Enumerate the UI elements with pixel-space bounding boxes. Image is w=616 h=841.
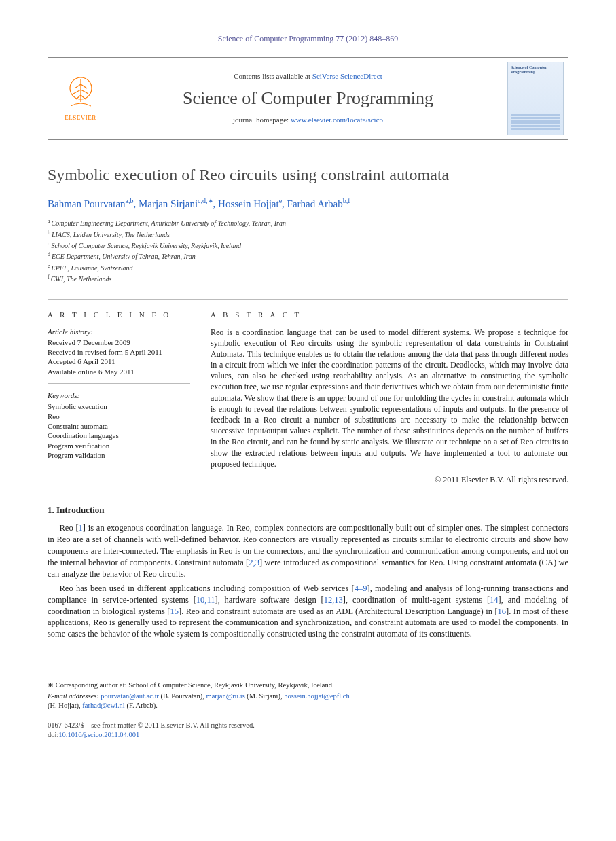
author-name[interactable]: Bahman Pourvatana,b	[48, 198, 134, 209]
author-list: Bahman Pourvatana,b, Marjan Sirjanic,d,∗…	[48, 196, 568, 211]
keyword: Program validation	[48, 450, 190, 460]
bottom-meta: 0167-6423/$ – see front matter © 2011 El…	[48, 721, 568, 739]
article-info-column: a r t i c l e i n f o Article history: R…	[48, 300, 190, 485]
history-line: Received in revised form 5 April 2011	[48, 347, 190, 357]
journal-cover-thumbnail: Science of Computer Programming	[507, 62, 564, 135]
author-email-link[interactable]: farhad@cwi.nl	[82, 702, 124, 709]
citation-line: Science of Computer Programming 77 (2012…	[48, 34, 568, 45]
citation-ref[interactable]: 10,11	[196, 595, 215, 605]
cover-title: Science of Computer Programming	[511, 65, 560, 76]
intro-paragraph-1: Reo [1] is an exogenous coordination lan…	[48, 522, 568, 579]
author-name[interactable]: Hossein Hojjate	[218, 198, 282, 209]
abstract-text: Reo is a coordination language that can …	[211, 327, 568, 469]
article-info-heading: a r t i c l e i n f o	[48, 310, 190, 319]
info-abstract-row: a r t i c l e i n f o Article history: R…	[48, 299, 568, 485]
history-line: Received 7 December 2009	[48, 338, 190, 347]
contents-prefix: Contents lists available at	[234, 72, 312, 80]
affiliation: bLIACS, Leiden University, The Netherlan…	[48, 229, 568, 240]
author-email-link[interactable]: marjan@ru.is	[206, 692, 245, 700]
author-name[interactable]: Farhad Arbabb,f	[287, 198, 350, 209]
citation-ref[interactable]: 15	[170, 607, 179, 616]
sciencedirect-link[interactable]: SciVerse ScienceDirect	[312, 72, 382, 80]
keyword: Constraint automata	[48, 421, 190, 431]
author-email-link[interactable]: pourvatan@aut.ac.ir	[101, 692, 158, 700]
corresponding-star-icon: ∗	[48, 681, 54, 689]
footnote-rule	[48, 647, 214, 647]
journal-homepage-line: journal homepage: www.elsevier.com/locat…	[233, 115, 383, 124]
elsevier-tree-icon	[64, 75, 98, 113]
citation-ref[interactable]: 2,3	[249, 558, 259, 567]
abstract-column: a b s t r a c t Reo is a coordination la…	[211, 300, 568, 485]
journal-header-box: ELSEVIER Contents lists available at Sci…	[48, 57, 568, 140]
publisher-logo-cell: ELSEVIER	[48, 58, 113, 139]
email-addresses-line: E-mail addresses: pourvatan@aut.ac.ir (B…	[48, 692, 360, 710]
history-line: Accepted 6 April 2011	[48, 357, 190, 366]
article-history-block: Article history: Received 7 December 200…	[48, 327, 190, 384]
intro-paragraph-2: Reo has been used in different applicati…	[48, 583, 568, 640]
keyword: Coordination languages	[48, 431, 190, 440]
abstract-heading: a b s t r a c t	[211, 310, 568, 319]
homepage-prefix: journal homepage:	[233, 115, 291, 124]
author-name[interactable]: Marjan Sirjanic,d,∗	[139, 198, 213, 209]
doi-link[interactable]: 10.1016/j.scico.2011.04.001	[58, 731, 139, 738]
affiliation: eEPFL, Lausanne, Switzerland	[48, 262, 568, 273]
keywords-label: Keywords:	[48, 391, 190, 400]
journal-name-large: Science of Computer Programming	[183, 87, 433, 110]
contents-lists-line: Contents lists available at SciVerse Sci…	[234, 71, 382, 81]
citation-ref[interactable]: 12,13	[324, 595, 343, 605]
elsevier-logo-text: ELSEVIER	[64, 114, 98, 122]
article-title: Symbolic execution of Reo circuits using…	[48, 164, 568, 185]
keyword: Symbolic execution	[48, 401, 190, 411]
article-history-label: Article history:	[48, 327, 190, 336]
issn-copyright-line: 0167-6423/$ – see front matter © 2011 El…	[48, 721, 568, 730]
email-label: E-mail addresses:	[48, 692, 99, 700]
citation-ref[interactable]: 4–9	[355, 584, 367, 593]
affiliation: cSchool of Computer Science, Reykjavik U…	[48, 240, 568, 251]
keyword: Program verification	[48, 441, 190, 450]
header-center: Contents lists available at SciVerse Sci…	[113, 58, 503, 139]
citation-ref[interactable]: 16	[498, 607, 507, 616]
keyword: Reo	[48, 412, 190, 421]
section-heading-introduction: 1. Introduction	[48, 505, 568, 516]
elsevier-logo: ELSEVIER	[64, 75, 98, 122]
corresponding-star-icon: ∗	[208, 197, 213, 204]
footnotes-block: ∗ Corresponding author at: School of Com…	[48, 675, 360, 710]
affiliation: dECE Department, University of Tehran, T…	[48, 251, 568, 262]
journal-cover-cell: Science of Computer Programming	[503, 58, 568, 139]
journal-homepage-link[interactable]: www.elsevier.com/locate/scico	[291, 115, 383, 124]
author-email-link[interactable]: hossein.hojjat@epfl.ch	[284, 692, 350, 700]
affiliation: fCWI, The Netherlands	[48, 273, 568, 284]
abstract-copyright: © 2011 Elsevier B.V. All rights reserved…	[211, 475, 568, 486]
corresponding-author-note: ∗ Corresponding author at: School of Com…	[48, 681, 360, 690]
citation-ref[interactable]: 14	[490, 595, 499, 605]
affiliation: aComputer Engineering Department, Amirka…	[48, 217, 568, 228]
affiliation-list: aComputer Engineering Department, Amirka…	[48, 217, 568, 284]
history-line: Available online 6 May 2011	[48, 367, 190, 376]
doi-line: doi:10.1016/j.scico.2011.04.001	[48, 730, 568, 740]
